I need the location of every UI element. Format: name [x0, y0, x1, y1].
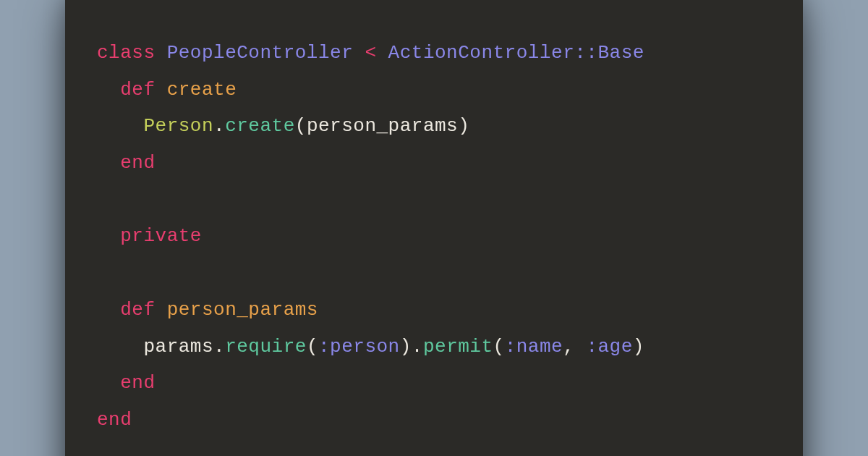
symbol-name: :name	[505, 336, 563, 358]
line-1: class PeopleController < ActionControlle…	[97, 42, 644, 64]
keyword-end: end	[120, 372, 155, 394]
paren-close: )	[633, 336, 644, 358]
keyword-private: private	[120, 225, 202, 247]
const-person: Person	[143, 115, 213, 137]
operator-lt: <	[365, 42, 376, 64]
call-permit: permit	[423, 336, 493, 358]
call-require: require	[225, 336, 307, 358]
dot: .	[213, 336, 225, 358]
line-11: end	[97, 409, 132, 431]
arg-person-params: person_params	[307, 115, 458, 137]
line-9: params.require(:person).permit(:name, :a…	[97, 336, 644, 358]
line-6: private	[97, 225, 202, 247]
symbol-person: :person	[318, 336, 400, 358]
keyword-end: end	[97, 409, 132, 431]
line-5-blank	[97, 189, 109, 211]
class-name: PeopleController	[167, 42, 354, 64]
dot: .	[412, 336, 423, 358]
line-2: def create	[97, 79, 237, 101]
paren-open: (	[295, 115, 307, 137]
dot: .	[213, 115, 225, 137]
keyword-def: def	[120, 79, 155, 101]
paren-open: (	[307, 336, 318, 358]
line-4: end	[97, 152, 156, 174]
paren-close: )	[458, 115, 469, 137]
method-name-person-params: person_params	[167, 299, 318, 321]
line-7-blank	[97, 262, 109, 284]
keyword-def: def	[120, 299, 155, 321]
keyword-class: class	[97, 42, 156, 64]
line-3: Person.create(person_params)	[97, 115, 469, 137]
symbol-age: :age	[586, 336, 632, 358]
call-create: create	[225, 115, 295, 137]
line-8: def person_params	[97, 299, 318, 321]
line-10: end	[97, 372, 156, 394]
comma: ,	[563, 336, 574, 358]
ident-params: params	[143, 336, 213, 358]
code-window: class PeopleController < ActionControlle…	[65, 0, 803, 456]
keyword-end: end	[120, 152, 155, 174]
parent-class: ActionController::Base	[388, 42, 644, 64]
paren-open: (	[493, 336, 505, 358]
method-name-create: create	[167, 79, 237, 101]
paren-close: )	[400, 336, 412, 358]
code-block: class PeopleController < ActionControlle…	[97, 35, 771, 439]
